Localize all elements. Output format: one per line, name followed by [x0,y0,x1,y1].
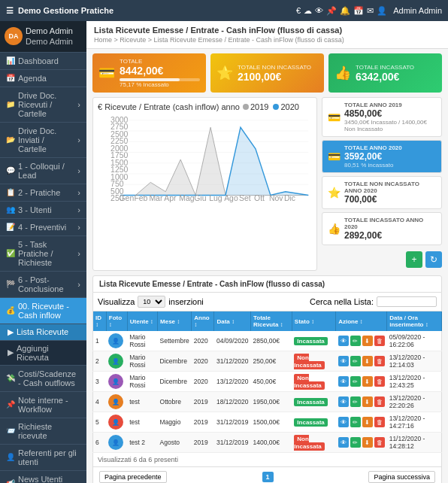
cost-icon: 💸 [6,374,15,382]
view-button[interactable]: 👁 [338,376,349,387]
sidebar-item-pratiche[interactable]: 📋 2 - Pratiche › [0,184,86,202]
edit-button[interactable]: ✏ [350,437,361,448]
person-icon: 👤 [6,453,15,461]
agenda-icon: 📅 [6,74,15,82]
stat-totale: 💳 TOTALE 8442,00€ 75,17 % Incassato [92,53,206,93]
sidebar-item-agenda[interactable]: 📅 Agenda [0,70,86,87]
download-button[interactable]: ⬇ [362,336,373,346]
pushpin-icon: 📌 [6,400,15,409]
sidebar-item-dashboard[interactable]: 📊 Dashboard [0,53,86,70]
cell-foto: 👤 [106,351,127,372]
user-icon[interactable]: 👤 [377,6,387,16]
cell-data-ins: 05/09/2020 - 16:22:06 [387,331,442,351]
sidebar-item-colloqui[interactable]: 💬 1 - Colloqui / Lead › [0,158,86,184]
sidebar-item-post[interactable]: 🏁 6 - Post-Conclusione › [0,272,86,298]
sidebar-item-referenti[interactable]: 👤 Referenti per gli utenti [0,445,86,471]
download-button[interactable]: ⬇ [362,437,373,448]
sidebar-submenu-ricevute: ▶ Lista Ricevute ▶ Aggiungi Ricevuta [0,324,86,366]
sidebar-item-task[interactable]: ✅ 5 - Task Pratiche / Richieste › [0,236,86,272]
view-button[interactable]: 👁 [338,396,349,407]
menu-toggle[interactable]: ☰ [6,6,14,16]
edit-button[interactable]: ✏ [350,376,361,387]
delete-button[interactable]: 🗑 [374,417,385,427]
cell-id: 2 [93,351,107,372]
breadcrumb: Home > Ricevute > Lista Ricevute Emesse … [94,36,440,44]
search-input[interactable] [377,296,437,307]
eye-icon[interactable]: 👁 [315,6,323,15]
action-buttons: 👁 ✏ ⬇ 🗑 [338,437,385,448]
sidebar-item-richieste[interactable]: 📨 Richieste ricevute [0,418,86,445]
shown-count: Visualizzati 6 da 6 presenti [92,453,442,467]
refresh-button[interactable]: ↻ [425,251,442,268]
sidebar-item-preventivi[interactable]: 📝 4 - Preventivi › [0,219,86,236]
entries-select[interactable]: 10 25 50 [138,296,165,308]
pin-icon[interactable]: 📌 [326,6,337,16]
sidebar-item-utenti[interactable]: 👥 3 - Utenti › [0,202,86,219]
cell-id: 1 [93,331,107,351]
delete-button[interactable]: 🗑 [374,356,385,366]
delete-button[interactable]: 🗑 [374,437,385,448]
add-button[interactable]: + [406,251,422,268]
edit-button[interactable]: ✏ [350,396,361,407]
sidebar: DA Demo Admin Demo Admin 📊 Dashboard 📅 A… [0,21,86,483]
cell-mese: Agosto [158,433,192,453]
cell-totale: 2850,00€ [250,331,292,351]
cell-totale: 250,00€ [250,351,292,372]
sidebar-item-news[interactable]: 📢 News Utenti (Notice Board) [0,471,86,483]
cloud-icon[interactable]: ☁ [304,6,312,16]
row-avatar: 👤 [108,415,123,430]
view-button[interactable]: 👁 [338,417,349,427]
cell-azione: 👁 ✏ ⬇ 🗑 [336,351,387,372]
col-anno: Anno ↕ [192,311,214,331]
sidebar-item-drive-sent[interactable]: 📂 Drive Doc. Inviati / Cartelle › [0,123,86,158]
download-button[interactable]: ⬇ [362,376,373,387]
legend-2020: 2020 [273,102,298,111]
svg-text:Set: Set [239,194,251,202]
edit-button[interactable]: ✏ [350,356,361,366]
cell-utente: Mario Rossi [127,372,157,392]
view-button[interactable]: 👁 [338,336,349,346]
svg-text:Giu: Giu [194,194,206,202]
page-next-btn[interactable]: Pagina successiva [368,471,435,483]
currency-icon[interactable]: € [296,6,301,15]
cell-data-ins: 13/12/2020 - 12:43:25 [387,372,442,392]
edit-button[interactable]: ✏ [350,336,361,346]
download-button[interactable]: ⬇ [362,396,373,407]
table-title: Lista Ricevute Emesse / Entrate - Cash i… [99,280,325,288]
sidebar-item-note[interactable]: 📌 Note interne - Workflow [0,392,86,418]
svg-text:Lug: Lug [209,194,222,202]
delete-button[interactable]: 🗑 [374,396,385,407]
sidebar-item-lista-ricevute[interactable]: ▶ Lista Ricevute [0,324,86,341]
stats-row: 💳 TOTALE 8442,00€ 75,17 % Incassato ⭐ TO… [86,49,448,97]
download-button[interactable]: ⬇ [362,417,373,427]
view-button[interactable]: 👁 [338,356,349,366]
app-title-area: ☰ Demo Gestione Pratiche [6,6,114,16]
prev-button[interactable]: Pagina precedente [99,471,167,483]
row-avatar: 👤 [108,394,123,409]
delete-button[interactable]: 🗑 [374,336,385,346]
view-button[interactable]: 👁 [338,437,349,448]
edit-button[interactable]: ✏ [350,417,361,427]
next-button[interactable]: Pagina successiva [368,471,435,483]
page-number: 1 [262,472,274,482]
page-prev-btn[interactable]: Pagina precedente [99,471,167,483]
calendar-icon[interactable]: 📅 [353,6,364,16]
svg-text:Gen: Gen [120,194,135,202]
sidebar-item-drive-received[interactable]: 📁 Drive Doc. Ricevuti / Cartelle › [0,87,86,123]
delete-button[interactable]: 🗑 [374,376,385,387]
sidebar-item-ricevute[interactable]: 💰 00. Ricevute - Cash inflow [0,298,86,324]
mail-icon[interactable]: ✉ [367,6,374,16]
status-badge: Incassata [294,418,327,427]
sidebar-item-costi[interactable]: 💸 Costi/Scadenze - Cash outflows [0,366,86,392]
status-badge: Incassata [294,337,327,345]
cell-stato: Non Incassata [292,433,335,453]
sidebar-item-aggiungi-ricevuta[interactable]: ▶ Aggiungi Ricevuta [0,341,86,366]
cell-id: 5 [93,412,107,433]
svg-text:Nov: Nov [269,194,283,202]
col-mese: Mese ↕ [158,311,192,331]
download-button[interactable]: ⬇ [362,356,373,366]
cell-data: 04/09/2020 [214,331,251,351]
dashboard-icon: 📊 [6,56,15,65]
thumb-up-icon: 👍 [334,65,351,81]
bell-icon[interactable]: 🔔 [340,6,350,16]
